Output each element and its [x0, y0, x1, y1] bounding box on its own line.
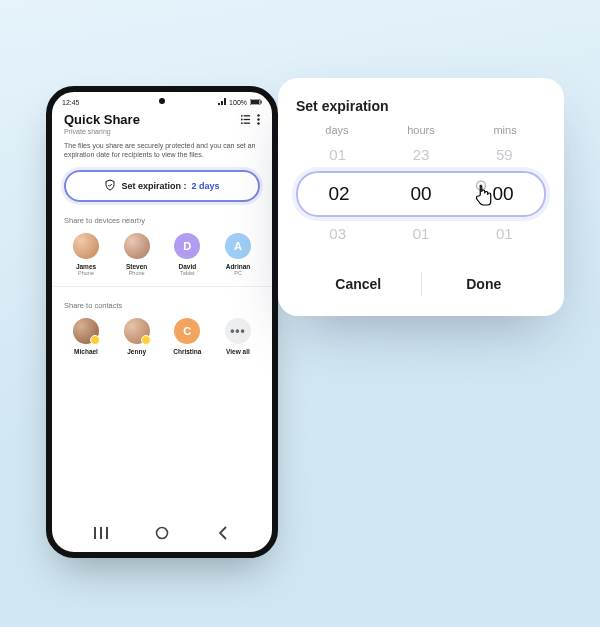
signal-icon: [218, 98, 226, 106]
cancel-button[interactable]: Cancel: [296, 270, 421, 298]
status-time: 12:45: [62, 99, 80, 106]
recents-button[interactable]: [94, 527, 108, 539]
svg-point-3: [241, 115, 243, 117]
view-all-button[interactable]: ••• View all: [216, 318, 260, 355]
picker-value: 00: [380, 183, 461, 205]
svg-point-7: [241, 122, 243, 124]
contact-name: View all: [226, 348, 250, 355]
time-picker[interactable]: 01 23 59 02 00 00 03 01 01: [296, 140, 546, 248]
more-icon: •••: [225, 318, 251, 344]
battery-icon: [250, 99, 262, 106]
status-badge-icon: [141, 335, 151, 345]
hours-label: hours: [407, 124, 435, 136]
home-button[interactable]: [155, 526, 169, 540]
phone-frame: 12:45 100% Quick Share Private sharing: [46, 86, 278, 558]
svg-rect-1: [251, 100, 259, 104]
page-description: The files you share are securely protect…: [64, 141, 260, 160]
svg-point-9: [257, 114, 259, 116]
svg-rect-6: [244, 119, 250, 120]
contact[interactable]: Michael: [64, 318, 108, 355]
done-button[interactable]: Done: [422, 270, 547, 298]
contact[interactable]: C Christina: [165, 318, 209, 355]
contact-name: Christina: [173, 348, 201, 355]
nearby-device[interactable]: Steven Phone: [115, 233, 159, 276]
svg-point-11: [257, 122, 259, 124]
contact[interactable]: Jenny: [115, 318, 159, 355]
nearby-device[interactable]: James Phone: [64, 233, 108, 276]
expiration-value: 2 days: [191, 181, 219, 191]
picker-next-row: 03 01 01: [296, 219, 546, 248]
dialog-title: Set expiration: [296, 98, 546, 114]
svg-point-10: [257, 118, 259, 120]
nearby-device[interactable]: A Adrinan PC: [216, 233, 260, 276]
nearby-device[interactable]: D David Tablet: [165, 233, 209, 276]
svg-point-5: [241, 119, 243, 121]
nav-bar: [52, 516, 272, 552]
list-icon[interactable]: [240, 114, 251, 127]
contact-name: Jenny: [127, 348, 146, 355]
contact-name: Michael: [74, 348, 98, 355]
picker-value: 59: [463, 146, 546, 163]
battery-label: 100%: [229, 99, 247, 106]
device-name: Adrinan: [226, 263, 251, 270]
avatar: C: [174, 318, 200, 344]
avatar: [124, 233, 150, 259]
picker-value: 01: [380, 225, 463, 242]
device-name: Steven: [126, 263, 147, 270]
avatar: A: [225, 233, 251, 259]
contacts-list: Michael Jenny C Christina ••• View all: [64, 318, 260, 355]
picker-selected-row[interactable]: 02 00 00: [296, 171, 546, 217]
status-badge-icon: [90, 335, 100, 345]
device-type: Phone: [129, 270, 145, 276]
picker-value: 23: [380, 146, 463, 163]
svg-rect-2: [261, 100, 262, 103]
picker-value: 02: [298, 183, 379, 205]
svg-point-15: [156, 528, 167, 539]
avatar: [73, 233, 99, 259]
picker-value: 00: [462, 183, 543, 205]
nearby-devices-list: James Phone Steven Phone D David Tablet …: [64, 233, 260, 276]
set-expiration-button[interactable]: Set expiration : 2 days: [64, 170, 260, 202]
picker-value: 01: [463, 225, 546, 242]
nearby-section-label: Share to devices nearby: [64, 216, 260, 225]
expiration-label: Set expiration :: [121, 181, 186, 191]
days-label: days: [325, 124, 348, 136]
mins-label: mins: [493, 124, 516, 136]
picker-column-labels: days hours mins: [296, 124, 546, 136]
page-title: Quick Share: [64, 112, 140, 127]
expiration-picker-dialog: Set expiration days hours mins 01 23 59 …: [278, 78, 564, 316]
divider: [52, 286, 272, 287]
svg-rect-14: [106, 527, 108, 539]
avatar: D: [174, 233, 200, 259]
svg-rect-8: [244, 123, 250, 124]
device-name: James: [76, 263, 96, 270]
more-icon[interactable]: [257, 114, 260, 127]
device-name: David: [178, 263, 196, 270]
contacts-section-label: Share to contacts: [64, 301, 260, 310]
shield-icon: [104, 179, 116, 193]
picker-value: 01: [296, 146, 379, 163]
device-type: PC: [234, 270, 242, 276]
camera-notch: [159, 98, 165, 104]
page-subtitle: Private sharing: [64, 128, 140, 135]
back-button[interactable]: [216, 526, 230, 540]
device-type: Phone: [78, 270, 94, 276]
picker-value: 03: [296, 225, 379, 242]
svg-rect-13: [100, 527, 102, 539]
picker-prev-row: 01 23 59: [296, 140, 546, 169]
svg-rect-12: [94, 527, 96, 539]
device-type: Tablet: [180, 270, 195, 276]
svg-rect-4: [244, 115, 250, 116]
